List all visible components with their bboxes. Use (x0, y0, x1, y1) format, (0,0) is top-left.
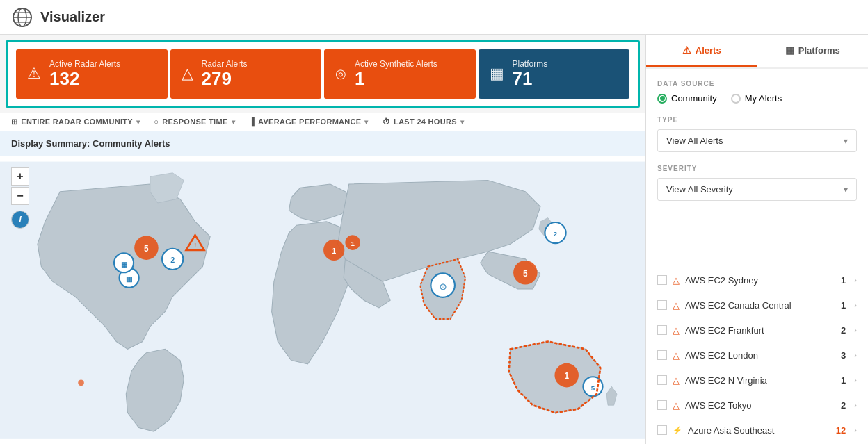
data-source-section: DATA SOURCE Community My Alerts (657, 80, 857, 104)
svg-text:5: 5 (591, 384, 595, 391)
alert-checkbox-azure-southeast[interactable] (657, 425, 667, 435)
main-layout: ⚠ Active Radar Alerts 132 △ Radar Alerts… (0, 35, 868, 444)
world-map-container[interactable]: 5 2 ▦ ▦ ! 1 1 (0, 156, 645, 444)
filter-avg-label: AVERAGE PERFORMANCE (258, 117, 362, 126)
type-dropdown-arrow: ▾ (844, 136, 848, 146)
alert-checkbox-frankfurt[interactable] (657, 325, 667, 335)
type-section: TYPE View All Alerts ▾ (657, 116, 857, 152)
alert-count-sydney: 1 (841, 275, 846, 286)
radio-community-dot (657, 94, 667, 104)
type-label: TYPE (657, 116, 857, 124)
app-title: Visualizer (40, 9, 105, 25)
alert-checkbox-nvirginia[interactable] (657, 375, 667, 385)
alert-item-azure-southeast[interactable]: ⚡ Azure Asia Southeast 12 › (646, 418, 868, 443)
alert-warn-icon-sydney: △ (673, 275, 680, 286)
alert-item-sydney[interactable]: △ AWS EC2 Sydney 1 › (646, 268, 868, 293)
map-controls: + − i (11, 167, 29, 229)
alert-checkbox-sydney[interactable] (657, 275, 667, 285)
filter-community[interactable]: ⊞ ENTIRE RADAR COMMUNITY ▾ (11, 117, 140, 126)
alert-name-azure-southeast: Azure Asia Southeast (688, 425, 830, 436)
filter-time-label: LAST 24 HOURS (394, 117, 457, 126)
alert-chevron-canada: › (854, 301, 857, 309)
alert-checkbox-tokyo[interactable] (657, 400, 667, 410)
alert-count-nvirginia: 1 (841, 375, 846, 386)
alert-chevron-london: › (854, 351, 857, 359)
alert-checkbox-canada[interactable] (657, 300, 667, 310)
filter-avg-performance[interactable]: ▐ AVERAGE PERFORMANCE ▾ (249, 117, 369, 126)
alert-count-azure-southeast: 12 (836, 425, 846, 436)
alert-name-nvirginia: AWS EC2 N Virginia (685, 375, 835, 386)
type-dropdown[interactable]: View All Alerts ▾ (657, 129, 857, 152)
sidebar-content: DATA SOURCE Community My Alerts TYPE Vi (646, 69, 868, 268)
platforms-label: Platforms (513, 59, 548, 69)
zoom-in-button[interactable]: + (11, 167, 29, 186)
filter-time-icon: ⏱ (383, 117, 390, 126)
alert-checkbox-london[interactable] (657, 350, 667, 360)
svg-text:▦: ▦ (126, 275, 132, 283)
alert-count-tokyo: 2 (841, 400, 846, 411)
synthetic-icon: ◎ (335, 66, 346, 81)
radio-my-alerts-dot (731, 94, 741, 104)
svg-text:▦: ▦ (121, 260, 127, 268)
radio-my-alerts[interactable]: My Alerts (731, 93, 782, 104)
alert-count-frankfurt: 2 (841, 325, 846, 336)
active-synthetic-card[interactable]: ◎ Active Synthetic Alerts 1 (324, 49, 476, 99)
alert-name-frankfurt: AWS EC2 Frankfurt (685, 325, 835, 336)
radio-my-alerts-label: My Alerts (745, 93, 782, 104)
platforms-card[interactable]: ▦ Platforms 71 (479, 49, 630, 99)
svg-text:5: 5 (144, 244, 149, 254)
filter-community-label: ENTIRE RADAR COMMUNITY (21, 117, 133, 126)
svg-text:◎: ◎ (440, 282, 447, 290)
alert-count-canada: 1 (841, 300, 846, 311)
left-panel: ⚠ Active Radar Alerts 132 △ Radar Alerts… (0, 35, 645, 444)
alert-warn-icon-canada: △ (673, 300, 680, 311)
world-map-svg: 5 2 ▦ ▦ ! 1 1 (0, 156, 645, 444)
right-panel: ⚠ Alerts ▦ Platforms DATA SOURCE Communi… (645, 35, 868, 444)
alert-name-london: AWS EC2 London (685, 350, 835, 361)
svg-text:2: 2 (170, 256, 175, 264)
severity-dropdown-value: View All Severity (666, 184, 733, 195)
alert-warn-icon-frankfurt: △ (673, 325, 680, 336)
filter-avg-arrow: ▾ (364, 118, 368, 126)
severity-dropdown-arrow: ▾ (844, 185, 848, 195)
display-summary-value: Community Alerts (93, 138, 170, 149)
stats-bar: ⚠ Active Radar Alerts 132 △ Radar Alerts… (6, 40, 640, 108)
radar-alerts-card[interactable]: △ Radar Alerts 279 (170, 49, 322, 99)
alert-item-canada[interactable]: △ AWS EC2 Canada Central 1 › (646, 293, 868, 318)
filter-response-icon: ○ (154, 117, 159, 126)
severity-section: SEVERITY View All Severity ▾ (657, 165, 857, 201)
alert-item-nvirginia[interactable]: △ AWS EC2 N Virginia 1 › (646, 368, 868, 393)
alert-chevron-sydney: › (854, 276, 857, 284)
radar-alerts-value: 279 (202, 69, 248, 89)
tab-alerts[interactable]: ⚠ Alerts (646, 35, 757, 67)
info-button[interactable]: i (11, 211, 29, 229)
platforms-icon: ▦ (490, 65, 504, 83)
zoom-out-button[interactable]: − (11, 187, 29, 205)
filter-response-time[interactable]: ○ RESPONSE TIME ▾ (154, 117, 235, 126)
svg-text:1: 1 (564, 371, 569, 381)
globe-icon (11, 6, 33, 28)
alert-chevron-frankfurt: › (854, 326, 857, 334)
alert-warn-icon-azure-southeast: ⚡ (673, 426, 682, 435)
alert-item-tokyo[interactable]: △ AWS EC2 Tokyo 2 › (646, 393, 868, 418)
filter-response-arrow: ▾ (232, 118, 235, 126)
alerts-tab-icon: ⚠ (682, 44, 691, 56)
tabs: ⚠ Alerts ▦ Platforms (646, 35, 868, 69)
active-radar-card[interactable]: ⚠ Active Radar Alerts 132 (16, 49, 168, 99)
alert-chevron-azure-southeast: › (854, 426, 857, 434)
severity-dropdown[interactable]: View All Severity ▾ (657, 178, 857, 201)
active-radar-value: 132 (49, 69, 120, 89)
tab-platforms[interactable]: ▦ Platforms (757, 35, 869, 67)
alert-item-london[interactable]: △ AWS EC2 London 3 › (646, 343, 868, 368)
filter-time-range[interactable]: ⏱ LAST 24 HOURS ▾ (383, 117, 464, 126)
map-area: 5 2 ▦ ▦ ! 1 1 (0, 156, 645, 444)
radio-community[interactable]: Community (657, 93, 717, 104)
alert-name-tokyo: AWS EC2 Tokyo (685, 400, 835, 411)
active-radar-label: Active Radar Alerts (49, 59, 120, 69)
alert-chevron-tokyo: › (854, 401, 857, 409)
alert-warn-icon-tokyo: △ (673, 400, 680, 411)
svg-text:1: 1 (351, 240, 355, 247)
alert-item-frankfurt[interactable]: △ AWS EC2 Frankfurt 2 › (646, 318, 868, 343)
filter-community-icon: ⊞ (11, 117, 17, 126)
display-summary-prefix: Display Summary: (11, 138, 90, 149)
